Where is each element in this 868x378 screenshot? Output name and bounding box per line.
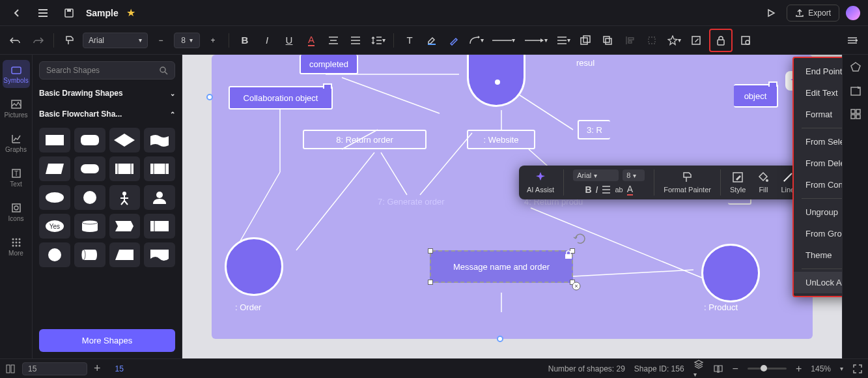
shape-card[interactable] bbox=[144, 214, 175, 239]
star-icon[interactable]: ★ bbox=[126, 7, 135, 19]
arrow-style-button[interactable]: ▾ bbox=[522, 31, 550, 50]
italic-button[interactable]: I bbox=[258, 31, 276, 50]
canvas-circle-top[interactable] bbox=[467, 55, 525, 107]
format-painter-icon[interactable] bbox=[61, 31, 79, 50]
rb-shape-icon[interactable] bbox=[850, 61, 861, 73]
page-link[interactable]: 15 bbox=[115, 364, 124, 373]
canvas-shape-completed[interactable]: completed bbox=[300, 55, 358, 74]
ft-ai-assist[interactable]: AI Assist bbox=[524, 169, 557, 196]
canvas-shape-collab[interactable]: Collaboration object bbox=[229, 86, 333, 109]
canvas-area[interactable]: completed Collaboration object 8: Return… bbox=[182, 55, 842, 358]
section-basic-flowchart[interactable]: Basic Flowchart Sha... ⌃ bbox=[39, 107, 175, 121]
more-shapes-button[interactable]: More Shapes bbox=[39, 329, 175, 352]
search-input[interactable]: Search Shapes bbox=[39, 61, 175, 80]
shape-subroutine[interactable] bbox=[109, 156, 141, 181]
rb-export-icon[interactable] bbox=[850, 85, 861, 96]
menu-end-point[interactable]: End Point bbox=[794, 61, 842, 82]
sidebar-item-more[interactable]: More bbox=[3, 233, 30, 261]
canvas-shape-object-right[interactable]: object bbox=[734, 84, 778, 108]
zoom-slider[interactable] bbox=[748, 368, 787, 370]
section-basic-drawing[interactable]: Basic Drawing Shapes ⌄ bbox=[39, 86, 175, 100]
sb-add-page[interactable]: + bbox=[94, 362, 101, 375]
menu-edit-text[interactable]: Edit Text bbox=[794, 82, 842, 104]
align-v-button[interactable] bbox=[346, 31, 365, 50]
underline-button[interactable]: U bbox=[280, 31, 298, 50]
sidebar-item-symbols[interactable]: Symbols bbox=[3, 60, 30, 88]
align-h-button[interactable] bbox=[324, 31, 343, 50]
page-number-input[interactable]: 15 bbox=[22, 362, 87, 375]
shape-ellipse[interactable] bbox=[39, 185, 70, 210]
export-button[interactable]: Export bbox=[787, 5, 839, 22]
line-spacing-button[interactable]: ▾ bbox=[369, 31, 387, 50]
sb-pages-icon[interactable] bbox=[5, 364, 16, 374]
ft-align-icon[interactable] bbox=[602, 186, 611, 194]
play-button[interactable] bbox=[762, 4, 780, 22]
pen-button[interactable] bbox=[445, 31, 463, 50]
canvas-circle-product[interactable] bbox=[701, 244, 760, 302]
shape-roundrect[interactable] bbox=[74, 128, 105, 153]
canvas-shape-message-selected[interactable]: Message name and order bbox=[430, 250, 573, 283]
shape-trapezoid[interactable] bbox=[109, 242, 141, 267]
canvas-shape-website[interactable]: : Website bbox=[467, 130, 535, 149]
text-tool-button[interactable]: T bbox=[400, 31, 419, 50]
font-size-increase[interactable]: + bbox=[204, 31, 222, 50]
anchor-bottom[interactable] bbox=[497, 336, 503, 342]
menu-format[interactable]: Format bbox=[794, 104, 842, 125]
font-size-select[interactable]: 8▾ bbox=[174, 33, 200, 48]
font-family-select[interactable]: Arial▾ bbox=[83, 33, 148, 48]
zoom-value[interactable]: 145% bbox=[811, 364, 831, 373]
shape-user[interactable] bbox=[144, 185, 175, 210]
connector-button[interactable]: ▾ bbox=[467, 31, 485, 50]
shape-cylinder[interactable] bbox=[74, 214, 105, 239]
zoom-in-button[interactable]: + bbox=[796, 363, 802, 375]
ft-bold[interactable]: B bbox=[585, 184, 591, 195]
avatar[interactable] bbox=[846, 6, 860, 20]
rb-grid-icon[interactable] bbox=[850, 108, 861, 120]
shape-subroutine2[interactable] bbox=[144, 156, 175, 181]
ft-font-family[interactable]: Arial▾ bbox=[573, 169, 619, 181]
menu-from-selection[interactable]: From Selection bbox=[794, 131, 842, 153]
shape-rect[interactable] bbox=[39, 128, 70, 153]
effects-button[interactable]: ▾ bbox=[665, 31, 683, 50]
bold-button[interactable]: B bbox=[236, 31, 254, 50]
sidebar-item-icons[interactable]: Icons bbox=[3, 198, 30, 226]
shape-diamond[interactable] bbox=[109, 128, 141, 153]
ft-style[interactable]: Style bbox=[727, 169, 748, 196]
shape-cylinder-h[interactable] bbox=[74, 242, 105, 267]
menu-button[interactable] bbox=[34, 4, 52, 22]
redo-button[interactable] bbox=[29, 31, 47, 50]
align-left-button[interactable] bbox=[621, 31, 639, 50]
back-button[interactable] bbox=[8, 4, 26, 22]
distribute-button[interactable]: ▾ bbox=[554, 31, 572, 50]
sidebar-item-text[interactable]: T Text bbox=[3, 164, 30, 192]
line-style-button[interactable]: ▾ bbox=[489, 31, 518, 50]
ft-italic[interactable]: I bbox=[596, 184, 598, 195]
shape-flag[interactable] bbox=[109, 214, 141, 239]
preview-button[interactable] bbox=[736, 31, 755, 50]
collapse-toolbar-button[interactable] bbox=[843, 31, 861, 50]
highlight-button[interactable] bbox=[423, 31, 441, 50]
font-size-decrease[interactable]: − bbox=[152, 31, 170, 50]
shape-document[interactable] bbox=[144, 242, 175, 267]
shape-wave[interactable] bbox=[144, 128, 175, 153]
sidebar-item-pictures[interactable]: Pictures bbox=[3, 94, 30, 123]
rotate-handle-icon[interactable] bbox=[573, 231, 587, 245]
font-color-button[interactable]: A bbox=[302, 31, 320, 50]
zoom-out-button[interactable]: − bbox=[733, 363, 738, 375]
shape-person[interactable] bbox=[109, 185, 141, 210]
layers-button[interactable] bbox=[598, 31, 617, 50]
lock-button[interactable] bbox=[712, 31, 730, 50]
shape-parallelogram[interactable] bbox=[39, 156, 70, 181]
resize-handle-icon[interactable] bbox=[572, 282, 581, 291]
ft-color[interactable]: A bbox=[627, 184, 633, 196]
sidebar-item-graphs[interactable]: Graphs bbox=[3, 129, 30, 157]
ft-font-size[interactable]: 8▾ bbox=[623, 169, 645, 181]
save-icon[interactable] bbox=[60, 4, 78, 22]
undo-button[interactable] bbox=[7, 31, 25, 50]
canvor-left[interactable] bbox=[206, 94, 213, 100]
menu-from-group-formatting[interactable]: From Group Formatting bbox=[794, 223, 842, 244]
canvas-shape-3r[interactable]: 3: R bbox=[578, 120, 610, 139]
crop-button[interactable] bbox=[643, 31, 661, 50]
sb-fullscreen-icon[interactable] bbox=[852, 364, 863, 374]
canvas-shape-return-order[interactable]: 8: Return order bbox=[303, 130, 427, 149]
